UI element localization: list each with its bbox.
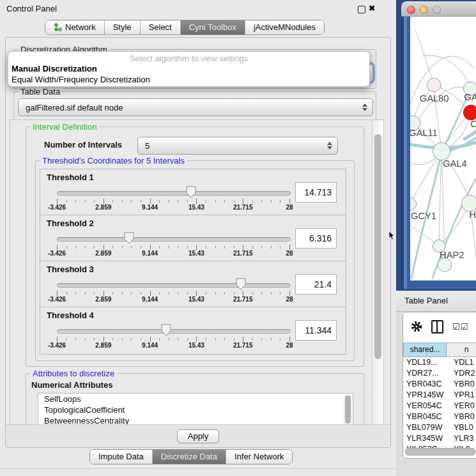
network-node-label: GAL4 xyxy=(443,158,467,169)
threshold-label: Threshold 4 xyxy=(47,311,94,320)
threshold-value-field[interactable]: 11.344 xyxy=(295,320,337,341)
tab-jactivemnodules[interactable]: jActiveMNodules xyxy=(245,20,324,35)
threshold-value-field[interactable]: 21.4 xyxy=(295,274,337,295)
network-node[interactable] xyxy=(427,78,441,92)
slider-thumb[interactable] xyxy=(124,232,134,244)
attributes-group: Attributes to discretize Numerical Attri… xyxy=(26,373,364,426)
threshold-panel: Threshold 4 -3.4262.8599.14 xyxy=(40,307,346,355)
network-node-label: GAL80 xyxy=(420,93,449,104)
table-row[interactable]: YDL19...YDL1 xyxy=(403,357,476,368)
close-icon[interactable]: ✖ xyxy=(369,3,375,14)
dropdown-option-manual-discretization[interactable]: Manual Discretization xyxy=(8,63,369,74)
tab-label: Select xyxy=(149,22,172,32)
column-header-name[interactable]: n xyxy=(447,343,476,357)
minimize-traffic-light-icon[interactable] xyxy=(420,6,428,14)
network-canvas[interactable]: GAL80GACGAL11GAL4GCY1HHAP2 xyxy=(410,17,476,280)
screen: Control Panel ✖ Network Style Select Cyn… xyxy=(0,0,476,476)
right-region: GAL80GACGAL11GAL4GCY1HHAP2 Table Panel ☑… xyxy=(396,0,476,476)
table-row[interactable]: YBL079WYBL0 xyxy=(403,422,476,433)
tab-discretize-data[interactable]: Discretize Data xyxy=(153,450,226,464)
table-row[interactable]: YDR27...YDR2 xyxy=(403,368,476,379)
divider xyxy=(0,468,396,469)
apply-button[interactable]: Apply xyxy=(177,429,220,443)
threshold-label: Threshold 3 xyxy=(47,265,94,274)
table-toolbar: ☑☑ xyxy=(403,312,476,341)
network-view-window[interactable]: GAL80GACGAL11GAL4GCY1HHAP2 xyxy=(401,1,476,289)
network-node[interactable] xyxy=(433,142,450,160)
network-svg: GAL80GACGAL11GAL4GCY1HHAP2 xyxy=(410,17,476,280)
slider-track[interactable] xyxy=(57,191,291,196)
slider-track[interactable] xyxy=(57,329,291,334)
threshold-value-field[interactable]: 6.316 xyxy=(295,228,337,249)
close-traffic-light-icon[interactable] xyxy=(407,6,415,14)
table-row[interactable]: YLR345WYLR3 xyxy=(403,433,476,444)
tab-style[interactable]: Style xyxy=(105,20,141,35)
node-table: shared... n YDL19...YDL1 YDR27...YDR2 YB… xyxy=(403,342,476,450)
threshold-slider[interactable]: -3.4262.8599.14415.4321.71528 xyxy=(57,232,289,257)
control-panel: Control Panel ✖ Network Style Select Cyn… xyxy=(0,0,396,476)
table-row[interactable]: YBR043CYBR0 xyxy=(403,379,476,390)
slider-ticks xyxy=(57,291,289,296)
threshold-value-field[interactable]: 14.713 xyxy=(295,182,337,203)
algorithm-dropdown-popup: Select algorithm to view settings Manual… xyxy=(8,51,370,87)
control-panel-title: Control Panel xyxy=(6,4,57,13)
slider-thumb[interactable] xyxy=(236,278,246,290)
slider-track[interactable] xyxy=(57,283,291,288)
apply-strip: Apply xyxy=(6,424,390,447)
settings-scroll-area: Interval Definition Number of Intervals … xyxy=(10,119,384,426)
tab-label: Network xyxy=(65,22,96,32)
tab-impute-data[interactable]: Impute Data xyxy=(90,450,153,464)
slider-thumb[interactable] xyxy=(186,186,196,198)
thresholds-coordinates-group: Threshold's Coordinates for 5 Intervals … xyxy=(35,160,355,361)
dropdown-option-equal-width-frequency[interactable]: Equal Width/Frequency Discretization xyxy=(8,74,369,85)
zoom-traffic-light-icon[interactable] xyxy=(433,6,441,14)
column-header-shared-name[interactable]: shared... xyxy=(403,343,447,357)
settings-scrollbar[interactable] xyxy=(372,120,383,426)
tab-network[interactable]: Network xyxy=(45,20,105,35)
tab-select[interactable]: Select xyxy=(141,20,181,35)
interval-definition-group-title: Interval Definition xyxy=(30,122,99,132)
slider-tick-labels: -3.4262.8599.14415.4321.71528 xyxy=(57,296,289,303)
network-window-titlebar[interactable] xyxy=(401,1,476,17)
table-row[interactable]: YER054CYER0 xyxy=(403,401,476,411)
numerical-attributes-list[interactable]: SelfLoops TopologicalCoefficient Between… xyxy=(38,393,353,426)
cyni-toolbox-panel: Discretization Algorithm Table Data galF… xyxy=(5,37,391,448)
slider-track[interactable] xyxy=(57,237,291,242)
network-node-label: GCY1 xyxy=(411,211,436,221)
list-item[interactable]: SelfLoops xyxy=(38,394,353,404)
slider-tick-labels: -3.4262.8599.14415.4321.71528 xyxy=(57,250,289,257)
algorithm-dropdown-hint: Select algorithm to view settings xyxy=(8,52,369,63)
select-columns-checkboxes-icon[interactable]: ☑☑ xyxy=(452,322,468,332)
scrollbar-thumb[interactable] xyxy=(405,448,475,456)
network-node-label: GAL11 xyxy=(410,128,438,138)
threshold-slider[interactable]: -3.4262.8599.14415.4321.71528 xyxy=(57,186,289,211)
columns-icon[interactable] xyxy=(431,320,443,334)
threshold-slider[interactable]: -3.4262.8599.14415.4321.71528 xyxy=(57,278,289,303)
table-horizontal-scrollbar[interactable] xyxy=(405,448,474,454)
numerical-attributes-label: Numerical Attributes xyxy=(31,380,112,390)
slider-tick-labels: -3.4262.8599.14415.4321.71528 xyxy=(57,204,289,211)
gear-icon[interactable] xyxy=(411,321,422,332)
table-data-group-title: Table Data xyxy=(18,87,63,96)
number-of-intervals-combobox[interactable]: 5 xyxy=(137,137,338,155)
threshold-slider[interactable]: -3.4262.8599.14415.4321.71528 xyxy=(57,324,289,349)
table-row[interactable]: YPR145WYPR1 xyxy=(403,390,476,401)
list-scrollbar[interactable] xyxy=(344,394,352,426)
table-data-combobox[interactable]: galFiltered.sif default node xyxy=(18,98,373,116)
network-node-label: HAP2 xyxy=(440,250,464,260)
table-row[interactable]: YBR045CYBR0 xyxy=(403,411,476,422)
tab-cyni-toolbox[interactable]: Cyni Toolbox xyxy=(181,20,245,35)
network-node[interactable] xyxy=(438,258,452,272)
slider-thumb[interactable] xyxy=(161,324,171,336)
network-node[interactable] xyxy=(410,198,417,211)
scrollbar-thumb[interactable] xyxy=(374,134,381,359)
tab-label: Style xyxy=(113,22,132,32)
tab-infer-network[interactable]: Infer Network xyxy=(226,450,292,464)
float-window-icon[interactable] xyxy=(358,6,365,13)
network-node-label: H xyxy=(469,210,476,220)
tab-label: Infer Network xyxy=(234,452,284,461)
network-node[interactable] xyxy=(463,105,476,120)
list-item[interactable]: TopologicalCoefficient xyxy=(38,404,353,415)
network-node-label: GA xyxy=(464,92,476,102)
network-icon xyxy=(54,23,62,31)
